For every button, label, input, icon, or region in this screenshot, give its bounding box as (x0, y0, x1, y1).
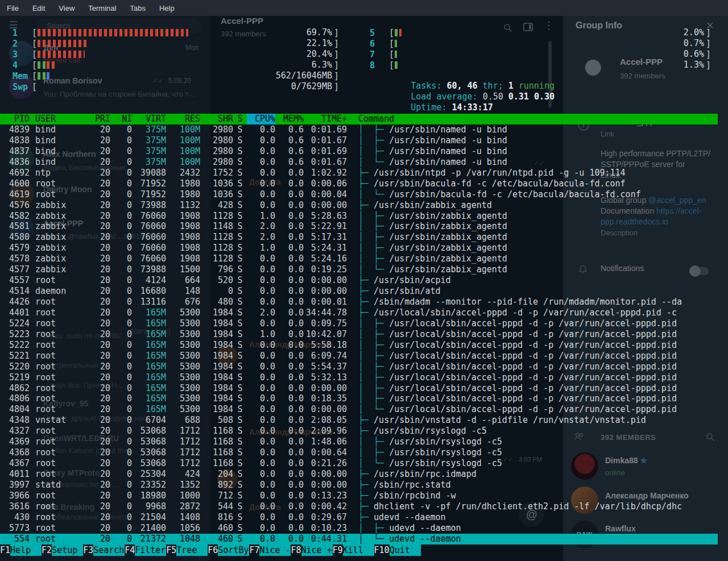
uptime-label: Uptime: (411, 102, 446, 113)
process-row[interactable]: 4367root2005306817121168S0.00.00:21.26│ … (0, 458, 718, 469)
menu-item-terminal[interactable]: Terminal (88, 4, 116, 13)
meter-5: 5[2.0%] (370, 27, 711, 38)
column-header-ni[interactable]: NI (110, 114, 132, 124)
process-row[interactable]: 5219root200165M53001984S0.00.05:32.13│ ├… (0, 372, 718, 383)
process-row[interactable]: 4862root200165M53001984S0.00.00:00.00│ ├… (0, 383, 718, 394)
fkey-f1[interactable]: F1Help (0, 545, 42, 556)
process-row[interactable]: 3616root20099682872544S0.00.00:00.42├─ d… (0, 501, 718, 512)
process-row[interactable]: 5221root200165M53001984S0.00.06:09.74│ ├… (0, 351, 718, 361)
process-row[interactable]: 4348vnstat2006704688508S0.00.02:08.05├─ … (0, 415, 718, 426)
htop-terminal: 1[69.7%]2[22.1%]3[20.4%]4[6.3%]Mem[562/1… (0, 16, 728, 561)
process-row[interactable]: 4514daemon200166801480S0.00.00:00.00├─ /… (0, 286, 718, 297)
meter-8: 8[1.3%] (370, 60, 711, 70)
process-row[interactable]: 4838bind200375M100M2980S0.00.60:01.67│ ├… (0, 135, 718, 146)
process-row[interactable]: 4581zabbix2007606019081148S2.00.05:22.91… (0, 221, 718, 232)
process-row[interactable]: 4369root2005306817121168S0.00.01:48.06│ … (0, 437, 718, 447)
column-header-pri[interactable]: PRI (93, 114, 110, 124)
process-row[interactable]: 4557root2004124664520S0.00.00:00.00├─ /u… (0, 275, 718, 286)
menu-item-tabs[interactable]: Tabs (130, 4, 145, 13)
process-row[interactable]: 5222root200165M53001984S0.00.05:58.18│ ├… (0, 340, 718, 351)
htop-stats: Tasks:60,46thr;1running Load average:0.5… (370, 70, 717, 103)
process-row[interactable]: 3997statd200233521352892S0.00.00:00.00├─… (0, 480, 718, 491)
fkey-f9[interactable]: F9Kill (333, 545, 374, 556)
process-row[interactable]: 4836bind200375M100M2980S0.00.60:01.67│ └… (0, 157, 718, 168)
process-row[interactable]: 3966root200189801000712S0.00.00:13.23├─ … (0, 491, 718, 501)
meter-4: 4[6.3%] (13, 60, 339, 70)
meter-mem: Mem[562/16046MB] (13, 70, 339, 81)
fkey-f10[interactable]: F10Quit (374, 545, 421, 556)
process-row[interactable]: 5223root200165M53001984S1.00.010:42.07│ … (0, 329, 718, 340)
load-1min: 0.50 (483, 92, 503, 102)
process-row[interactable]: 4579zabbix2007606019081128S1.00.05:24.31… (0, 243, 718, 254)
tasks-label: Tasks: (411, 81, 441, 91)
column-header-s[interactable]: S (233, 114, 247, 124)
tasks-running-count: 1 (508, 81, 514, 91)
process-row[interactable]: 4582zabbix2007606019081128S1.00.05:28.63… (0, 211, 718, 222)
process-row[interactable]: 4401root200165M53001984S2.00.034:44.78├─… (0, 307, 718, 318)
process-row[interactable]: 4368root2005306817121168S0.00.00:00.64│ … (0, 447, 718, 458)
meter-1: 1[69.7%] (13, 27, 339, 38)
menu-item-file[interactable]: File (7, 4, 19, 13)
fkey-f6[interactable]: F6SortBy (208, 545, 249, 556)
process-rows: 4839bind200375M100M2980S0.00.60:01.69│ ├… (0, 124, 718, 545)
process-row[interactable]: 4577zabbix200739881500796S0.00.00:19.25│… (0, 264, 718, 275)
process-row-selected[interactable]: 554root200213721048460S0.00.00:44.31│ └─… (0, 534, 718, 545)
column-header-timeplus[interactable]: TIME+ (304, 114, 347, 124)
meter-swp: Swp[0/7629MB] (13, 81, 339, 92)
column-header-user[interactable]: USER (30, 114, 93, 124)
fkey-f5[interactable]: F5Tree (166, 545, 208, 556)
process-row[interactable]: 4576zabbix200739881132428S0.00.00:00.00├… (0, 200, 718, 211)
table-header: PIDUSERPRINIVIRTRESSHRSCPU%MEM%TIME+Comm… (0, 114, 718, 124)
meter-2: 2[22.1%] (13, 38, 339, 49)
process-row[interactable]: 5220root200165M53001984S0.00.05:54.37│ ├… (0, 361, 718, 372)
fkey-f2[interactable]: F2Setup (42, 545, 83, 556)
process-row[interactable]: 4839bind200375M100M2980S0.00.60:01.69│ ├… (0, 124, 718, 135)
uptime-value: 14:33:17 (452, 102, 493, 113)
process-row[interactable]: 4619root2007195219801036S0.00.00:00.04│ … (0, 189, 718, 200)
column-header-pid[interactable]: PID (0, 114, 30, 124)
process-row[interactable]: 4804root200165M53001984S0.00.00:00.00│ └… (0, 404, 718, 415)
process-row[interactable]: 4578zabbix2007606019081128S0.00.05:24.16… (0, 254, 718, 264)
process-row[interactable]: 4011root20025304424204S0.00.00:00.00├─ /… (0, 469, 718, 480)
fkey-f3[interactable]: F3Search (83, 545, 125, 556)
process-row[interactable]: 4692ntp2003908824321752S0.00.01:02.92├─ … (0, 168, 718, 178)
process-row[interactable]: 4600root2007195219801036S0.00.00:00.06├─… (0, 178, 718, 189)
column-header-res[interactable]: RES (166, 114, 200, 124)
load-label: Load average: (411, 92, 477, 102)
tasks-threads: 46 (468, 81, 478, 91)
load-15min: 0.30 (534, 92, 555, 102)
process-row[interactable]: 5224root200165M53001984S0.00.00:09.75│ ├… (0, 318, 718, 329)
function-key-bar: F1HelpF2SetupF3SearchF4FilterF5TreeF6Sor… (0, 545, 718, 556)
tasks-threads-label: thr; (483, 81, 503, 91)
column-header-mempct[interactable]: MEM% (275, 114, 304, 124)
cpu-meters-right: 5[2.0%]6[0.7%]7[0.6%]8[1.3%] (370, 27, 711, 70)
column-header-virt[interactable]: VIRT (132, 114, 166, 124)
tasks-running-label: running (519, 81, 555, 91)
screen: FileEditViewTerminalTabsHelp ☰ Search Де… (0, 0, 728, 561)
fkey-f7[interactable]: F7Nice - (249, 545, 291, 556)
menu-item-view[interactable]: View (59, 4, 75, 13)
menu-item-help[interactable]: Help (159, 4, 175, 13)
column-header-cpupct[interactable]: CPU% (247, 114, 275, 124)
process-row[interactable]: 5773root200214001056460S0.00.00:10.23│ ├… (0, 523, 718, 534)
process-row[interactable]: 4327root2005306817121168S0.00.02:09.96├─… (0, 426, 718, 437)
column-header-command[interactable]: Command (347, 114, 718, 124)
process-row[interactable]: 4806root200165M53001984S0.00.00:18.35│ ├… (0, 393, 718, 404)
process-row[interactable]: 430root200215041408816S0.00.00:29.67├─ u… (0, 512, 718, 523)
menu-item-edit[interactable]: Edit (32, 4, 45, 13)
fkey-f8[interactable]: F8Nice + (291, 545, 332, 556)
meter-6: 6[0.7%] (370, 38, 711, 49)
meter-7: 7[0.6%] (370, 49, 711, 60)
process-row[interactable]: 4837bind200375M100M2980S0.00.60:01.69│ ├… (0, 146, 718, 157)
process-row[interactable]: 4426root20013116676480S0.00.00:00.01├─ /… (0, 297, 718, 307)
process-row[interactable]: 4580zabbix2007606019081128S2.00.05:17.31… (0, 232, 718, 243)
load-5min: 0.31 (508, 92, 529, 102)
fkey-f4[interactable]: F4Filter (125, 545, 166, 556)
tasks-count: 60, (446, 81, 462, 91)
cpu-meters-left: 1[69.7%]2[22.1%]3[20.4%]4[6.3%]Mem[562/1… (13, 27, 339, 92)
column-header-shr[interactable]: SHR (200, 114, 233, 124)
menu-bar: FileEditViewTerminalTabsHelp (0, 0, 728, 16)
meter-3: 3[20.4%] (13, 49, 339, 60)
tasks-line: Tasks:60,46thr;1running (370, 70, 717, 81)
